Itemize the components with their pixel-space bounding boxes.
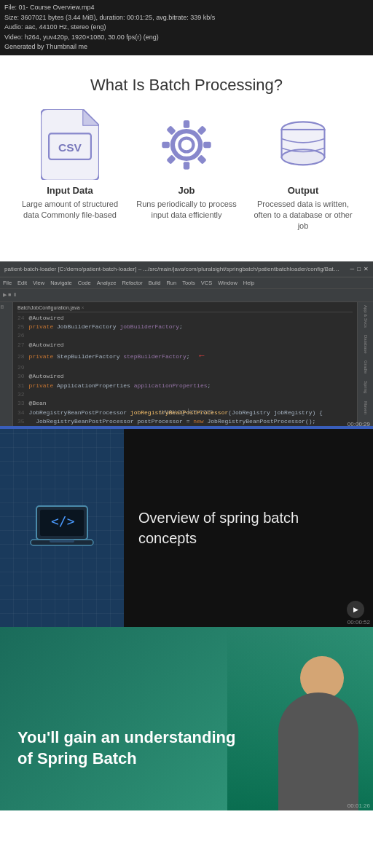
- batch-icons-container: CSV Input Data Large amount of structure…: [15, 112, 358, 232]
- code-line-33: 33@Bean: [17, 399, 353, 408]
- svg-rect-5: [162, 141, 170, 147]
- overview-timestamp: 00:00:52: [348, 619, 370, 626]
- ide-toolbar: ▶ ■ ⏸: [0, 289, 373, 302]
- output-item: Output Processed data is written, often …: [252, 112, 354, 232]
- input-desc: Large amount of structured data Commonly…: [19, 199, 121, 221]
- ide-menu-bar: File Edit View Navigate Code Analyze Ref…: [0, 277, 373, 289]
- input-data-item: CSV Input Data Large amount of structure…: [19, 112, 121, 232]
- menu-vcs[interactable]: VCS: [201, 280, 212, 286]
- code-line-29: 29: [17, 363, 353, 372]
- code-line-28: 28private StepBuilderFactory stepBuilder…: [17, 350, 353, 363]
- menu-analyze[interactable]: Analyze: [97, 280, 117, 286]
- metadata-line3: Audio: aac, 44100 Hz, stereo (eng): [4, 23, 369, 33]
- ide-titlebar: patient-batch-loader [C:/demo/patient-ba…: [0, 261, 373, 277]
- metadata-line5: Generated by Thumbnail me: [4, 42, 369, 52]
- svg-point-2: [180, 138, 194, 151]
- metadata-line4: Video: h264, yuv420p, 1920×1080, 30.00 f…: [4, 33, 369, 43]
- ide-section: patient-batch-loader [C:/demo/patient-ba…: [0, 261, 373, 429]
- menu-edit[interactable]: Edit: [17, 280, 27, 286]
- svg-rect-4: [184, 162, 189, 170]
- svg-rect-3: [184, 120, 189, 128]
- understanding-section: You'll gain an understanding of Spring B…: [0, 627, 373, 810]
- ide-title-text: patient-batch-loader [C:/demo/patient-ba…: [4, 266, 339, 272]
- menu-run[interactable]: Run: [166, 280, 176, 286]
- database-icon-box: [274, 112, 332, 178]
- gear-icon: [157, 116, 216, 174]
- overview-text: Overview of spring batch concepts: [138, 508, 358, 548]
- job-desc: Runs periodically to process input data …: [136, 199, 237, 221]
- ide-editor[interactable]: BatchJobConfiguration.java × 24@Autowire…: [13, 302, 357, 426]
- code-line-32: 32: [17, 390, 353, 399]
- understanding-line2: of Spring Batch: [17, 749, 235, 770]
- batch-processing-section: What Is Batch Processing? CSV Input Data…: [0, 55, 373, 261]
- sidebar-maven: Maven: [364, 401, 368, 414]
- job-title: Job: [178, 185, 195, 196]
- batch-title: What Is Batch Processing?: [15, 76, 358, 95]
- overview-section: </> Overview of spring batch concepts ▶ …: [0, 429, 373, 627]
- sidebar-app: App & Svcs: [364, 305, 368, 328]
- menu-navigate[interactable]: Navigate: [50, 280, 72, 286]
- database-icon: [274, 116, 332, 174]
- code-line-27: 27@Autowired: [17, 341, 353, 350]
- play-button[interactable]: ▶: [347, 601, 364, 618]
- sidebar-db: Database: [364, 335, 368, 354]
- svg-rect-18: [50, 540, 74, 542]
- output-desc: Processed data is written, often to a da…: [252, 199, 354, 232]
- person-body: [278, 693, 358, 810]
- ide-left-sidebar: ⊞: [0, 302, 13, 426]
- overview-left-panel: </>: [0, 429, 124, 627]
- csv-icon-box: CSV: [41, 112, 99, 178]
- understanding-timestamp: 00:01:26: [348, 802, 370, 809]
- overview-right-panel: Overview of spring batch concepts: [124, 429, 373, 627]
- menu-build[interactable]: Build: [149, 280, 161, 286]
- metadata-line1: File: 01- Course Overview.mp4: [4, 3, 369, 13]
- sidebar-spring: Spring: [364, 381, 368, 393]
- output-title: Output: [288, 185, 319, 196]
- code-line-24: 24@Autowired: [17, 314, 353, 323]
- understanding-line1: You'll gain an understanding: [17, 727, 235, 749]
- menu-help[interactable]: Help: [243, 280, 254, 286]
- code-line-31: 31private ApplicationProperties applicat…: [17, 382, 353, 390]
- input-title: Input Data: [47, 185, 93, 196]
- job-item: Job Runs periodically to process input d…: [136, 112, 237, 232]
- ide-right-sidebar: App & Svcs Database Gradle Spring Maven: [357, 302, 373, 426]
- gear-icon-box: [157, 112, 216, 178]
- menu-file[interactable]: File: [3, 280, 12, 286]
- ide-minimize-btn[interactable]: ─: [350, 266, 354, 272]
- menu-view[interactable]: View: [33, 280, 44, 286]
- laptop-icon: </>: [29, 502, 95, 553]
- svg-text:</>: </>: [51, 513, 75, 529]
- menu-window[interactable]: Window: [218, 280, 237, 286]
- code-line-30: 30@Autowired: [17, 372, 353, 381]
- metadata-bar: File: 01- Course Overview.mp4 Size: 3607…: [0, 0, 373, 55]
- code-line-35: 35 JobRegistryBeanPostProcessor postProc…: [17, 417, 353, 426]
- sidebar-gradle: Gradle: [364, 360, 368, 374]
- svg-text:CSV: CSV: [58, 141, 82, 153]
- svg-rect-6: [203, 141, 211, 147]
- svg-rect-9: [166, 154, 176, 164]
- ide-timestamp: 00:00:29: [348, 421, 370, 427]
- code-line-34: 34JobRegistryBeanPostProcessor jobRegist…: [17, 409, 353, 417]
- ide-close-btn[interactable]: ✕: [364, 266, 369, 272]
- code-line-25: 25private JobBuilderFactory jobBuilderFa…: [17, 323, 353, 331]
- svg-rect-10: [197, 154, 206, 164]
- menu-tools[interactable]: Tools: [182, 280, 195, 286]
- ide-body: ⊞ BatchJobConfiguration.java × 24@Autowi…: [0, 302, 373, 426]
- svg-rect-8: [197, 125, 206, 135]
- svg-rect-7: [166, 125, 176, 135]
- understanding-text-block: You'll gain an understanding of Spring B…: [17, 727, 235, 769]
- code-line-26: 26: [17, 331, 353, 340]
- metadata-line2: Size: 3607021 bytes (3.44 MiB), duration…: [4, 13, 369, 23]
- csv-icon: CSV: [41, 109, 99, 181]
- menu-refactor[interactable]: Refactor: [122, 280, 142, 286]
- ide-maximize-btn[interactable]: □: [357, 266, 361, 272]
- menu-code[interactable]: Code: [78, 280, 91, 286]
- person-silhouette: [227, 627, 373, 810]
